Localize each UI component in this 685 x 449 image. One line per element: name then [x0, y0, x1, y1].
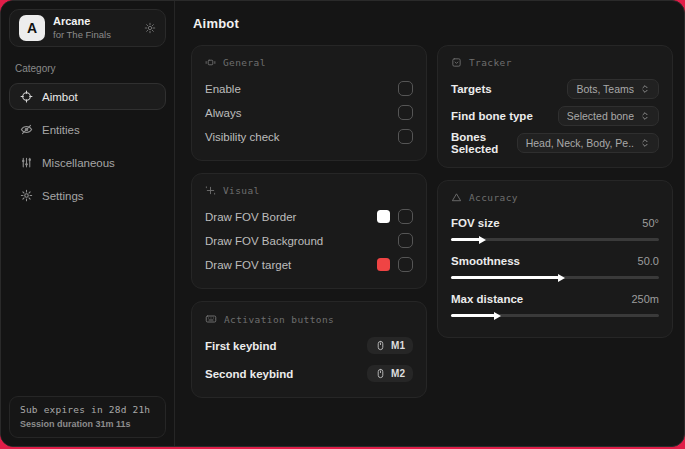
eye-icon [20, 123, 33, 136]
setting-label: Visibility check [205, 131, 280, 143]
draw-fov-target-checkbox[interactable] [398, 257, 413, 272]
chevrons-up-down-icon [640, 111, 650, 121]
second-keybind-button[interactable]: M2 [367, 365, 413, 382]
setting-label: Find bone type [451, 110, 533, 122]
enable-checkbox[interactable] [398, 81, 413, 96]
setting-label: Max distance [451, 293, 523, 305]
find-bone-type-dropdown[interactable]: Selected bone [558, 106, 659, 126]
dropdown-value: Head, Neck, Body, Pe.. [526, 137, 634, 149]
app-window: A Arcane for The Finals Category [0, 0, 685, 447]
brand-card: A Arcane for The Finals [9, 9, 166, 47]
setting-label: Draw FOV Background [205, 235, 323, 247]
card-title: Activation buttons [224, 314, 334, 325]
targets-dropdown[interactable]: Bots, Teams [567, 79, 659, 99]
draw-fov-border-checkbox[interactable] [398, 209, 413, 224]
crosshair-icon [20, 90, 33, 103]
sidebar-item-entities[interactable]: Entities [9, 116, 166, 143]
sidebar-item-aimbot[interactable]: Aimbot [9, 83, 166, 110]
subscription-status-card: Sub expires in 28d 21h Session duration … [9, 396, 166, 438]
fov-size-slider[interactable] [451, 238, 659, 241]
setting-label: First keybind [205, 340, 277, 352]
setting-row-draw-fov-background: Draw FOV Background [205, 229, 413, 252]
general-card: General Enable Always Visibility check [191, 45, 427, 161]
always-checkbox[interactable] [398, 105, 413, 120]
accuracy-card: Accuracy FOV size 50° Smoothness [437, 180, 673, 338]
setting-row-always: Always [205, 101, 413, 124]
setting-label: Draw FOV target [205, 259, 291, 271]
draw-fov-background-checkbox[interactable] [398, 233, 413, 248]
tracker-card: Tracker Targets Bots, Teams [437, 45, 673, 168]
smoothness-value: 50.0 [638, 255, 659, 267]
fov-size-value: 50° [642, 217, 659, 229]
sidebar-item-miscellaneous[interactable]: Miscellaneous [9, 149, 166, 176]
gear-icon [20, 189, 33, 202]
setting-row-enable: Enable [205, 77, 413, 100]
sidebar-menu: Aimbot Entities [9, 83, 166, 209]
setting-row-first-keybind: First keybind M1 [205, 334, 413, 357]
setting-label: Bones Selected [451, 131, 517, 155]
fov-size-slider-group: FOV size 50° [451, 212, 659, 241]
category-label: Category [15, 63, 160, 74]
setting-label: Targets [451, 83, 492, 95]
max-distance-slider[interactable] [451, 314, 659, 317]
main-content: Aimbot General [175, 1, 685, 446]
fov-target-color-swatch[interactable] [377, 258, 390, 271]
slider-thumb[interactable] [494, 312, 501, 320]
target-box-icon [451, 57, 462, 68]
max-distance-slider-group: Max distance 250m [451, 288, 659, 317]
setting-row-second-keybind: Second keybind M2 [205, 362, 413, 385]
sidebar-item-label: Miscellaneous [42, 157, 115, 169]
setting-label: Enable [205, 83, 241, 95]
sidebar-item-label: Aimbot [42, 91, 78, 103]
setting-label: Smoothness [451, 255, 520, 267]
keyboard-icon [205, 313, 217, 325]
sidebar: A Arcane for The Finals Category [1, 1, 175, 446]
visual-card: Visual Draw FOV Border Draw FOV Backgrou… [191, 173, 427, 289]
keybind-value: M2 [391, 368, 405, 379]
sparkle-icon [205, 185, 216, 196]
page-title: Aimbot [193, 16, 673, 31]
chevrons-up-down-icon [640, 138, 650, 148]
setting-row-bones-selected: Bones Selected Head, Neck, Body, Pe.. [451, 131, 659, 155]
right-column: Tracker Targets Bots, Teams [437, 45, 673, 338]
slider-thumb[interactable] [479, 236, 486, 244]
chevrons-up-down-icon [640, 84, 650, 94]
sidebar-item-label: Settings [42, 190, 84, 202]
app-name: Arcane [53, 15, 111, 29]
gear-icon[interactable] [144, 22, 156, 34]
first-keybind-button[interactable]: M1 [367, 337, 413, 354]
sliders-icon [20, 156, 33, 169]
visibility-check-checkbox[interactable] [398, 129, 413, 144]
max-distance-value: 250m [631, 293, 659, 305]
setting-row-targets: Targets Bots, Teams [451, 77, 659, 100]
setting-row-visibility-check: Visibility check [205, 125, 413, 148]
card-title: Accuracy [469, 192, 518, 203]
dropdown-value: Selected bone [567, 110, 634, 122]
setting-row-find-bone-type: Find bone type Selected bone [451, 104, 659, 127]
sidebar-item-settings[interactable]: Settings [9, 182, 166, 209]
smoothness-slider-group: Smoothness 50.0 [451, 250, 659, 279]
card-title: General [223, 57, 266, 68]
smoothness-slider[interactable] [451, 276, 659, 279]
keybind-value: M1 [391, 340, 405, 351]
card-title: Tracker [469, 57, 512, 68]
sub-expires-text: Sub expires in 28d 21h [20, 404, 155, 415]
session-duration-text: Session duration 31m 11s [20, 419, 155, 429]
setting-label: FOV size [451, 217, 500, 229]
mouse-icon [375, 368, 386, 379]
slider-thumb[interactable] [558, 274, 565, 282]
bones-selected-dropdown[interactable]: Head, Neck, Body, Pe.. [517, 133, 659, 153]
fov-border-color-swatch[interactable] [377, 210, 390, 223]
setting-label: Second keybind [205, 368, 293, 380]
app-logo: A [19, 15, 45, 41]
setting-row-draw-fov-target: Draw FOV target [205, 253, 413, 276]
setting-label: Always [205, 107, 241, 119]
triangle-icon [451, 192, 462, 203]
sidebar-item-label: Entities [42, 124, 80, 136]
card-title: Visual [223, 185, 260, 196]
left-column: General Enable Always Visibility check [191, 45, 427, 398]
mouse-icon [375, 340, 386, 351]
setting-label: Draw FOV Border [205, 211, 296, 223]
dropdown-value: Bots, Teams [576, 83, 634, 95]
activation-buttons-card: Activation buttons First keybind [191, 301, 427, 398]
